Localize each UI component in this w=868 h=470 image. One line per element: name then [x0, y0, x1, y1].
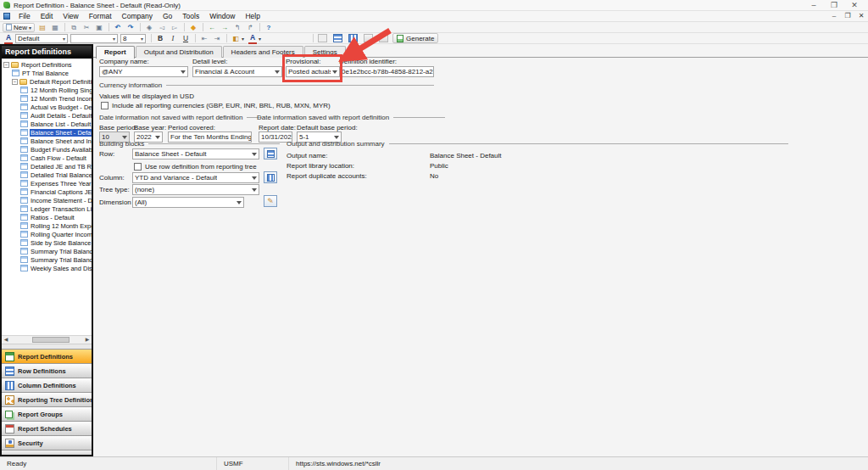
edit-dimension-set-button[interactable]: ✎	[264, 195, 277, 207]
minimize-button[interactable]: –	[804, 0, 824, 10]
link-button[interactable]: ↰	[231, 23, 243, 32]
definition-identifier-field[interactable]: 0e1e2bcc-b78b-4858-8212-a2375fe80751	[339, 66, 434, 77]
tree-item[interactable]: Rolling 12 Month Exper	[2, 221, 92, 230]
dimension-set-select[interactable]: (All)	[132, 197, 244, 208]
tree-item[interactable]: Audit Details - Default	[2, 111, 92, 120]
menu-item[interactable]: Window	[204, 11, 240, 22]
tree-item[interactable]: Summary Trial Balance	[2, 247, 92, 255]
tree-item[interactable]: 12 Month Rolling Single	[2, 86, 92, 94]
maximize-button[interactable]: ❐	[824, 0, 844, 10]
save-button[interactable]: ▦	[49, 23, 61, 32]
use-row-definition-checkbox[interactable]	[134, 163, 142, 171]
sidebar-options-strip[interactable]	[2, 450, 92, 455]
menu-item[interactable]: Go	[158, 11, 177, 22]
menu-item[interactable]: Company	[117, 11, 158, 22]
tree-item[interactable]: Side by Side Balance Sh	[2, 238, 92, 247]
menu-item[interactable]: File	[14, 11, 36, 22]
open-row-definition-button[interactable]	[264, 148, 277, 159]
nav-report-schedules[interactable]: Report Schedules	[2, 421, 92, 435]
close-button[interactable]: ✕	[844, 0, 865, 10]
expand-collapse-icon[interactable]	[3, 62, 9, 68]
tree-item[interactable]: Cash Flow - Default	[2, 154, 92, 162]
mdi-close-button[interactable]: ✕	[854, 11, 868, 21]
include-currencies-checkbox[interactable]	[101, 102, 108, 109]
tree-item[interactable]: Expenses Three Year C	[2, 179, 92, 187]
increase-indent-button[interactable]: ⇥	[211, 34, 223, 43]
tree-item[interactable]: PT Trial Balance	[2, 69, 92, 77]
menu-item[interactable]: Edit	[36, 11, 58, 22]
tree-item[interactable]: Rolling Quarter Income	[2, 230, 92, 238]
menu-item[interactable]: View	[58, 11, 83, 22]
menu-item[interactable]: Format	[84, 11, 117, 22]
advanced-filter-button[interactable]: ▻	[169, 23, 181, 32]
column-select[interactable]: YTD and Variance - Default	[132, 172, 259, 183]
tree-item[interactable]: 12 Month Trend Incom	[2, 94, 92, 103]
new-button[interactable]: New ▾	[3, 23, 35, 32]
tab-settings[interactable]: Settings	[304, 46, 346, 58]
menu-item[interactable]: Tools	[177, 11, 204, 22]
report-view-button[interactable]	[316, 34, 331, 43]
font-color-button[interactable]: A▾	[247, 34, 263, 43]
tree-horizontal-scrollbar[interactable]: ◀ ▶	[2, 335, 92, 344]
filter-button[interactable]: ◅	[156, 23, 168, 32]
mdi-restore-button[interactable]: ❐	[841, 11, 854, 21]
tree-item[interactable]: Budget Funds Available	[2, 145, 92, 154]
attach-button[interactable]: ↱	[244, 23, 256, 32]
company-name-select[interactable]: @ANY	[99, 66, 188, 77]
nav-report-definitions[interactable]: Report Definitions	[2, 349, 92, 363]
tree-item[interactable]: Balance Sheet and Inco	[2, 137, 92, 145]
tree-item[interactable]: Weekly Sales and Disco	[2, 264, 92, 272]
generate-button[interactable]: Generate	[392, 33, 438, 43]
tab-headers-and-footers[interactable]: Headers and Footers	[223, 46, 303, 58]
row-select[interactable]: Balance Sheet - Default	[132, 148, 259, 159]
tab-output-and-distribution[interactable]: Output and Distribution	[136, 46, 222, 58]
back-button[interactable]: ←	[206, 23, 218, 32]
tree-item[interactable]: Detailed Trial Balance -	[2, 171, 92, 179]
redo-button[interactable]: ↷	[125, 23, 136, 32]
tree-type-select[interactable]: (none)	[132, 184, 259, 195]
column-definition-button[interactable]	[347, 34, 361, 43]
font-dialog-button[interactable]: A	[3, 34, 14, 43]
fill-color-button[interactable]: ◧▾	[230, 34, 246, 43]
tree-item[interactable]: Actual vs Budget - Defa	[2, 103, 92, 111]
bold-button[interactable]: B	[154, 34, 166, 43]
undo-button[interactable]: ↶	[112, 23, 124, 32]
tree-item[interactable]: Default Report Definitions	[2, 77, 92, 86]
expand-collapse-icon[interactable]	[12, 79, 18, 85]
font-style-select[interactable]: ▾	[70, 34, 118, 43]
open-button[interactable]: ▤	[36, 23, 48, 32]
italic-button[interactable]: I	[167, 34, 179, 43]
nav-report-groups[interactable]: Report Groups	[2, 406, 92, 421]
tree-item[interactable]: Financial Captions JE a	[2, 187, 92, 196]
nav-reporting-tree-definitions[interactable]: Reporting Tree Definitions	[2, 392, 92, 406]
tab-report[interactable]: Report	[96, 46, 135, 59]
nav-security[interactable]: Security	[2, 435, 92, 450]
font-name-select[interactable]: Default▾	[15, 34, 68, 43]
help-button[interactable]: ?	[263, 23, 275, 32]
report-library-button[interactable]	[377, 34, 392, 43]
tree-item[interactable]: Income Statement - D	[2, 196, 92, 204]
tree-item[interactable]: Balance Sheet - Defaul	[2, 128, 92, 137]
scrollbar-thumb[interactable]	[32, 337, 70, 343]
provisional-select[interactable]: Posted actuals & b	[286, 66, 340, 77]
tree-definition-button[interactable]	[362, 34, 376, 43]
tree-item[interactable]: Balance List - Default	[2, 120, 92, 128]
cut-button[interactable]: ✂	[81, 23, 92, 32]
row-definition-button[interactable]	[331, 34, 346, 43]
copy-button[interactable]: ⧉	[68, 23, 80, 32]
tree-item[interactable]: Summary Trial Balance	[2, 255, 92, 264]
find-button[interactable]: ◈	[143, 23, 155, 32]
tree-item[interactable]: Ratios - Default	[2, 213, 92, 221]
tree-item[interactable]: Detailed JE and TB Rev	[2, 162, 92, 171]
nav-column-definitions[interactable]: Column Definitions	[2, 378, 92, 392]
forward-button[interactable]: →	[219, 23, 231, 32]
detail-level-select[interactable]: Financial & Account	[192, 66, 282, 77]
tree-item[interactable]: Ledger Transaction List	[2, 204, 92, 213]
tree-item[interactable]: Report Definitions	[2, 60, 92, 69]
decrease-indent-button[interactable]: ⇤	[198, 34, 210, 43]
open-column-definition-button[interactable]	[264, 171, 277, 183]
lock-button[interactable]: ◆	[187, 23, 199, 32]
font-size-select[interactable]: 8▾	[120, 34, 146, 43]
scroll-right-icon[interactable]: ▶	[83, 336, 92, 344]
nav-row-definitions[interactable]: Row Definitions	[2, 363, 92, 378]
